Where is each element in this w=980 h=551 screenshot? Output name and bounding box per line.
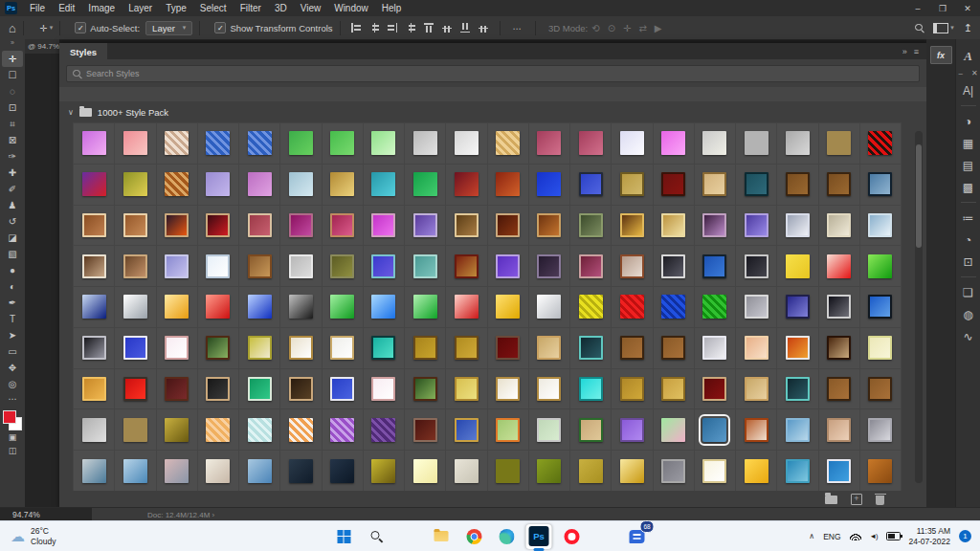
style-swatch[interactable] — [165, 377, 189, 401]
new-group-icon[interactable] — [825, 496, 837, 504]
style-swatch[interactable] — [371, 131, 395, 155]
photoshop-taskbar-icon[interactable]: Ps — [526, 524, 552, 549]
style-swatch[interactable] — [868, 213, 892, 237]
style-swatch[interactable] — [289, 459, 313, 483]
style-swatch[interactable] — [868, 336, 892, 360]
style-swatch[interactable] — [702, 172, 726, 196]
style-swatch[interactable] — [165, 172, 189, 196]
style-swatch[interactable] — [165, 295, 189, 319]
style-swatch[interactable] — [786, 336, 810, 360]
style-swatch[interactable] — [537, 459, 561, 483]
style-swatch[interactable] — [413, 254, 437, 278]
style-swatch[interactable] — [330, 418, 354, 442]
history-brush-tool[interactable]: ↺ — [2, 213, 23, 230]
chrome-icon[interactable] — [461, 524, 487, 549]
style-swatch[interactable] — [620, 377, 644, 401]
style-swatch[interactable] — [123, 131, 147, 155]
type-tool[interactable]: T — [2, 311, 23, 327]
style-swatch[interactable] — [827, 213, 851, 237]
active-tool-icon[interactable]: ✛ ▾ — [40, 23, 53, 33]
menu-edit[interactable]: Edit — [52, 3, 81, 13]
style-swatch[interactable] — [455, 295, 479, 319]
style-swatch[interactable] — [455, 459, 479, 483]
style-swatch[interactable] — [579, 172, 603, 196]
teams-chat-icon[interactable]: 68 — [624, 524, 650, 549]
style-swatch[interactable] — [330, 377, 354, 401]
style-swatch[interactable] — [248, 377, 272, 401]
style-swatch[interactable] — [289, 336, 313, 360]
style-swatch[interactable] — [413, 172, 437, 196]
zoom-level-field[interactable]: 94.74% — [0, 508, 92, 521]
menu-help[interactable]: Help — [375, 3, 409, 13]
style-swatch[interactable] — [289, 418, 313, 442]
blur-tool[interactable]: ● — [2, 262, 23, 278]
panel-collapse-icon[interactable]: » — [902, 47, 907, 56]
style-swatch[interactable] — [123, 336, 147, 360]
share-icon[interactable]: ↥ — [964, 22, 972, 34]
style-swatch[interactable] — [661, 172, 685, 196]
style-swatch[interactable] — [206, 418, 230, 442]
style-swatch[interactable] — [123, 295, 147, 319]
style-swatch[interactable] — [455, 377, 479, 401]
style-swatch[interactable] — [661, 377, 685, 401]
frame-tool[interactable]: ⊠ — [2, 132, 23, 148]
style-swatch[interactable] — [206, 377, 230, 401]
style-swatch[interactable] — [745, 418, 768, 442]
style-swatch[interactable] — [289, 377, 313, 401]
style-swatch[interactable] — [206, 459, 230, 483]
style-swatch[interactable] — [82, 213, 106, 237]
toolbar-collapse-icon[interactable]: » — [11, 39, 14, 51]
style-swatch[interactable] — [868, 418, 892, 442]
menu-file[interactable]: File — [23, 3, 52, 13]
style-swatch[interactable] — [82, 295, 106, 319]
color-panel-icon[interactable]: ◑ — [956, 110, 980, 132]
style-swatch[interactable] — [455, 418, 479, 442]
style-swatch[interactable] — [330, 336, 354, 360]
firefox-icon[interactable] — [591, 524, 617, 549]
style-swatch[interactable] — [330, 131, 354, 155]
style-swatch[interactable] — [413, 213, 437, 237]
style-swatch[interactable] — [868, 172, 892, 196]
style-swatch[interactable] — [248, 172, 272, 196]
path-selection-tool[interactable]: ➤ — [2, 327, 23, 343]
glyphs-panel-icon[interactable]: A — [956, 45, 980, 67]
camera-3d-icon[interactable]: ▶ — [655, 23, 662, 33]
style-swatch[interactable] — [123, 418, 147, 442]
style-swatch[interactable] — [371, 377, 395, 401]
style-swatch[interactable] — [330, 295, 354, 319]
distribute-vertical-icon[interactable] — [478, 22, 489, 33]
style-swatch[interactable] — [827, 459, 851, 483]
menu-view[interactable]: View — [294, 3, 328, 13]
style-swatch[interactable] — [371, 459, 395, 483]
style-swatch[interactable] — [455, 213, 479, 237]
style-swatch[interactable] — [206, 254, 230, 278]
align-center-horizontal-icon[interactable] — [368, 22, 380, 33]
style-swatch[interactable] — [82, 254, 106, 278]
style-swatch[interactable] — [620, 172, 644, 196]
align-left-icon[interactable] — [350, 22, 362, 33]
styles-fx-icon[interactable]: fx — [930, 46, 952, 64]
style-swatch[interactable] — [496, 295, 520, 319]
style-swatch[interactable] — [537, 172, 561, 196]
menu-3d[interactable]: 3D — [268, 3, 294, 13]
delete-style-icon[interactable] — [876, 496, 884, 505]
new-style-icon[interactable]: + — [851, 494, 862, 505]
notification-count-badge[interactable]: 1 — [959, 530, 971, 542]
close-button[interactable]: ✕ — [955, 0, 980, 16]
style-swatch[interactable] — [579, 418, 603, 442]
style-swatch[interactable] — [496, 213, 520, 237]
style-swatch[interactable] — [537, 295, 561, 319]
style-swatch[interactable] — [786, 131, 810, 155]
search-icon[interactable] — [915, 24, 924, 33]
style-swatch[interactable] — [496, 336, 520, 360]
style-swatch[interactable] — [661, 295, 685, 319]
foreground-color-swatch[interactable] — [3, 410, 16, 424]
style-swatch[interactable] — [455, 131, 479, 155]
style-swatch[interactable] — [413, 131, 437, 155]
style-swatch[interactable] — [786, 295, 810, 319]
style-swatch[interactable] — [330, 213, 354, 237]
style-swatch[interactable] — [289, 172, 313, 196]
style-swatch[interactable] — [123, 459, 147, 483]
style-swatch[interactable] — [537, 213, 561, 237]
taskbar-search-button[interactable] — [364, 524, 390, 549]
